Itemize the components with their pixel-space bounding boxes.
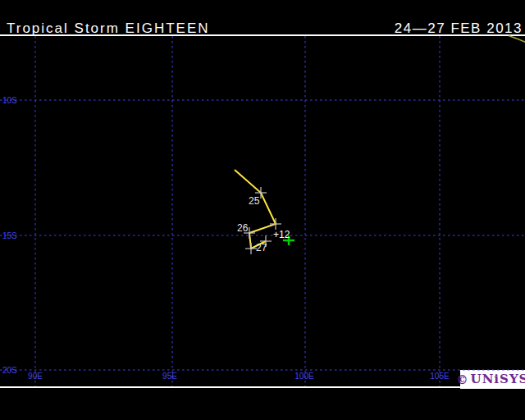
latitude-label: 15S: [2, 231, 17, 240]
longitude-label: 95E: [162, 372, 177, 381]
longitude-label: 90E: [28, 372, 43, 381]
storm-track-map: Tropical Storm EIGHTEEN 24—27 FEB 2013 ©…: [0, 0, 525, 420]
date-range: 24—27 FEB 2013: [395, 21, 523, 37]
latitude-label: 10S: [2, 96, 17, 105]
storm-track-line: [235, 170, 276, 249]
map-canvas: 10S15S20S90E95E100E105E252627+12: [0, 0, 525, 420]
latitude-label: 20S: [2, 366, 17, 375]
day-label: 27: [256, 242, 267, 253]
storm-title: Tropical Storm EIGHTEEN: [7, 21, 210, 37]
longitude-label: 100E: [294, 372, 314, 381]
day-label: 25: [249, 195, 260, 207]
longitude-label: 105E: [430, 372, 450, 381]
day-label: 26: [237, 222, 249, 234]
forecast-hour-label: +12: [273, 229, 290, 240]
